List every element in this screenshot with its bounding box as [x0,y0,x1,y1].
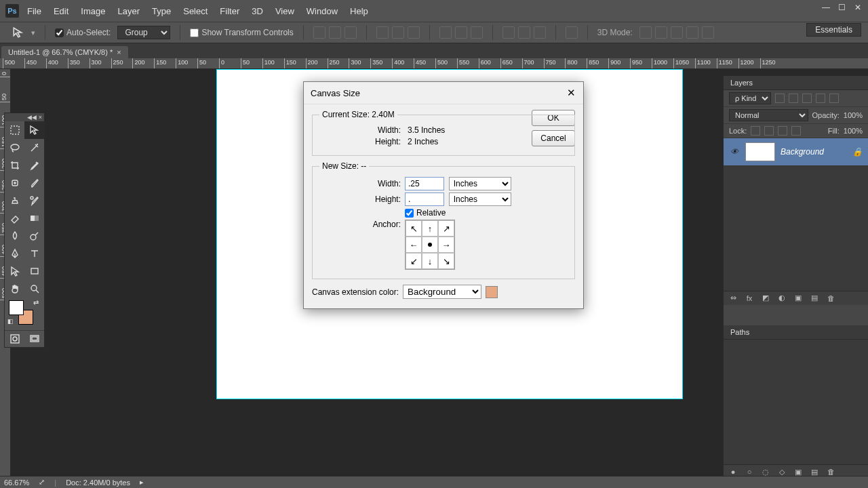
document-tab[interactable]: Untitled-1 @ 66.7% (CMYK/8) * × [1,46,128,58]
crop-tool[interactable] [5,157,24,174]
anchor-nw[interactable]: ↖ [406,220,422,237]
paths-panel-tab[interactable]: Paths [724,325,868,340]
dialog-close-icon[interactable]: ✕ [564,86,578,100]
width-unit-dropdown[interactable]: Inches [449,177,511,190]
filter-adjust-icon[interactable] [789,94,798,103]
filter-shape-icon[interactable] [816,94,825,103]
auto-align-icon[interactable] [566,26,578,39]
extension-color-swatch[interactable] [486,286,498,298]
3d-icon[interactable] [686,26,698,39]
path-selection-tool[interactable] [5,262,24,280]
fx-icon[interactable]: fx [744,293,755,303]
3d-icon[interactable] [671,26,683,39]
link-layers-icon[interactable]: ⇔ [728,293,738,303]
adjustment-icon[interactable]: ◐ [776,293,787,303]
info-chevron-icon[interactable]: ▸ [140,478,144,487]
blur-tool[interactable] [5,227,24,245]
selection-path-icon[interactable]: ◌ [760,467,771,476]
history-brush-tool[interactable] [24,192,44,209]
menu-file[interactable]: File [27,6,41,16]
new-width-input[interactable] [405,177,444,190]
mask-path-icon[interactable]: ▣ [793,467,804,476]
marquee-tool[interactable] [5,121,24,139]
align-icon[interactable] [329,26,341,39]
close-tab-icon[interactable]: × [117,48,121,56]
close-icon[interactable]: ✕ [854,3,865,11]
clone-stamp-tool[interactable] [5,192,24,209]
new-layer-icon[interactable]: ▤ [809,293,820,303]
lock-pixels-icon[interactable] [764,126,774,136]
distribute-icon[interactable] [534,26,546,39]
screen-mode-icon[interactable] [24,331,44,347]
lock-transparent-icon[interactable] [751,126,760,136]
type-tool[interactable] [24,245,44,262]
blend-mode-dropdown[interactable]: Normal [729,109,808,121]
filter-pixel-icon[interactable] [775,94,785,103]
align-icon[interactable] [392,26,404,39]
anchor-w[interactable]: ← [406,237,422,253]
lock-icon[interactable]: 🔒 [852,147,863,157]
filter-type-icon[interactable] [802,94,812,103]
height-unit-dropdown[interactable]: Inches [449,192,511,206]
fill-value[interactable]: 100% [844,127,863,135]
delete-icon[interactable]: 🗑 [825,293,836,303]
3d-icon[interactable] [702,26,714,39]
auto-select-checkbox[interactable]: Auto-Select: [55,28,111,37]
3d-icon[interactable] [655,26,667,39]
eyedropper-tool[interactable] [24,157,44,174]
align-icon[interactable] [408,26,420,39]
lock-all-icon[interactable] [791,126,801,136]
new-height-input[interactable] [405,192,444,206]
filter-smart-icon[interactable] [829,94,839,103]
menu-window[interactable]: Window [307,6,338,16]
3d-icon[interactable] [639,26,652,39]
move-tool[interactable] [24,121,44,139]
layers-kind-dropdown[interactable]: ρ Kind [729,92,771,104]
mask-icon[interactable]: ◩ [760,293,771,303]
delete-path-icon[interactable]: 🗑 [825,467,836,476]
stroke-path-icon[interactable]: ○ [744,467,755,476]
anchor-e[interactable]: → [438,237,454,253]
layer-thumbnail[interactable] [745,142,775,161]
lock-position-icon[interactable] [778,126,787,136]
layers-empty-area[interactable] [724,165,868,291]
paths-empty-area[interactable] [724,340,868,465]
align-icon[interactable] [344,26,357,39]
menu-type[interactable]: Type [152,6,171,16]
eraser-tool[interactable] [5,209,24,227]
visibility-icon[interactable]: 👁 [729,146,740,157]
new-path-icon[interactable]: ▤ [809,467,820,476]
show-transform-checkbox[interactable]: Show Transform Controls [190,28,293,37]
swap-colors-icon[interactable]: ⇄ [33,299,39,306]
color-swatches[interactable]: ⇄ ◧ [5,298,44,330]
distribute-icon[interactable] [471,26,483,39]
brush-tool[interactable] [24,174,44,192]
dialog-titlebar[interactable]: Canvas Size ✕ [304,82,583,104]
distribute-icon[interactable] [502,26,515,39]
quick-mask-icon[interactable] [5,331,24,347]
rectangle-tool[interactable] [24,262,44,280]
zoom-tool[interactable] [24,280,44,298]
workspace-switcher[interactable]: Essentials [806,23,861,37]
minimize-icon[interactable]: — [822,3,833,11]
document-info[interactable]: Doc: 2.40M/0 bytes [66,479,130,487]
lasso-tool[interactable] [5,139,24,157]
menu-help[interactable]: Help [350,6,368,16]
menu-edit[interactable]: Edit [54,6,68,16]
tools-panel-header[interactable]: ◀◀× [5,113,44,121]
menu-filter[interactable]: Filter [220,6,239,16]
horizontal-ruler[interactable]: 0505010010015015020020025025030030035035… [0,58,868,69]
group-icon[interactable]: ▣ [793,293,804,303]
foreground-swatch[interactable] [9,300,24,315]
auto-select-mode-dropdown[interactable]: Group [117,26,170,39]
anchor-grid[interactable]: ↖ ↑ ↗ ← → ↙ ↓ ↘ [405,220,455,270]
expand-icon[interactable]: ⤢ [39,478,45,487]
layers-panel-tab[interactable]: Layers [724,76,868,90]
menu-image[interactable]: Image [81,6,105,16]
maximize-icon[interactable]: ☐ [838,3,849,11]
menu-select[interactable]: Select [183,6,208,16]
fill-path-icon[interactable]: ● [728,467,738,476]
opacity-value[interactable]: 100% [844,111,863,119]
align-icon[interactable] [376,26,389,39]
distribute-icon[interactable] [439,26,452,39]
